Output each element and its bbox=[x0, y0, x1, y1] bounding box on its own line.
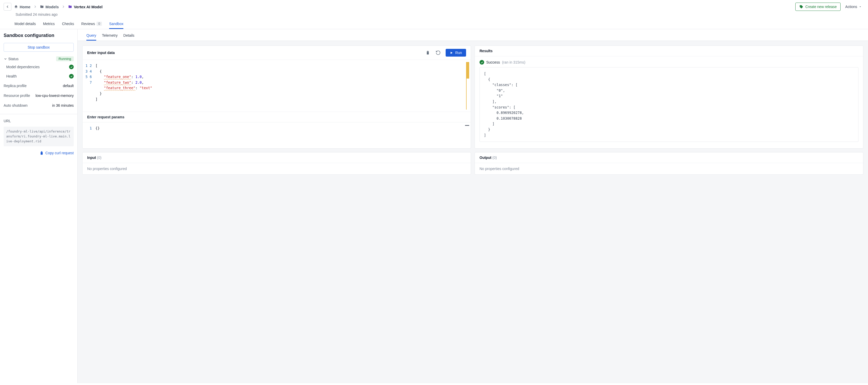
editor-minimap[interactable] bbox=[465, 125, 469, 126]
chevron-right-icon bbox=[33, 5, 37, 9]
input-panel-header: Enter input data Run bbox=[83, 46, 471, 60]
main-tabs: Model details Metrics Checks Reviews 0 S… bbox=[0, 19, 868, 29]
arrow-left-icon bbox=[5, 5, 9, 9]
check-circle-icon bbox=[479, 60, 484, 65]
tab-sandbox[interactable]: Sandbox bbox=[109, 19, 123, 29]
reviews-count-badge: 0 bbox=[96, 22, 102, 26]
subtab-telemetry[interactable]: Telemetry bbox=[102, 32, 118, 41]
input-data-panel: Enter input data Run bbox=[82, 45, 471, 148]
status-model-deps: Model dependencies bbox=[4, 63, 74, 71]
auto-shutdown-row: Auto shutdown in 36 minutes bbox=[4, 102, 74, 109]
sub-tabs: Query Telemetry Details bbox=[78, 29, 868, 41]
status-toggle[interactable]: Status Running bbox=[4, 56, 74, 61]
breadcrumb-current[interactable]: Vertex AI Model bbox=[68, 5, 102, 9]
params-body[interactable]: {} bbox=[95, 123, 471, 148]
panels-grid: Enter input data Run bbox=[78, 41, 868, 179]
tab-checks[interactable]: Checks bbox=[62, 19, 74, 29]
output-count: (0) bbox=[492, 155, 497, 160]
stop-sandbox-button[interactable]: Stop sandbox bbox=[4, 43, 74, 52]
create-release-button[interactable]: Create new release bbox=[795, 3, 841, 11]
tag-icon bbox=[799, 5, 803, 9]
breadcrumb-home[interactable]: Home bbox=[14, 5, 31, 9]
status-label: Status bbox=[8, 57, 19, 61]
workspace: Sandbox configuration Stop sandbox Statu… bbox=[0, 29, 868, 383]
subtab-query[interactable]: Query bbox=[86, 32, 96, 41]
request-params-title: Enter request params bbox=[87, 115, 124, 119]
output-none-msg: No properties configured bbox=[475, 163, 863, 174]
clipboard-icon bbox=[39, 151, 44, 155]
chevron-down-icon bbox=[4, 57, 7, 61]
create-release-label: Create new release bbox=[805, 5, 837, 9]
tab-model-details[interactable]: Model details bbox=[14, 19, 36, 29]
results-panel: Results Success (ran in 315ms) [ { "clas… bbox=[475, 45, 863, 148]
breadcrumb-models[interactable]: Models bbox=[40, 5, 59, 9]
results-title: Results bbox=[479, 49, 493, 53]
output-label: Output bbox=[479, 155, 491, 160]
check-circle-icon bbox=[69, 65, 74, 69]
clipboard-button[interactable] bbox=[425, 50, 431, 56]
play-icon bbox=[450, 51, 453, 55]
actions-label: Actions bbox=[845, 5, 857, 9]
url-value: /foundry-ml-live/api/inference/transform… bbox=[4, 127, 74, 146]
line-gutter: 1 2 3 4 5 6 7 bbox=[83, 60, 95, 112]
model-deps-label: Model dependencies bbox=[6, 65, 39, 69]
output-properties-panel: Output (0) No properties configured bbox=[475, 152, 863, 175]
tab-metrics[interactable]: Metrics bbox=[43, 19, 55, 29]
code-editor[interactable]: 1 2 3 4 5 6 7 [ { "feature_one": 1.0, "f… bbox=[83, 60, 471, 112]
input-count: (0) bbox=[97, 155, 101, 160]
back-button[interactable] bbox=[4, 3, 11, 10]
status-health: Health bbox=[4, 73, 74, 80]
folder-icon bbox=[68, 5, 72, 9]
replica-profile-value: default bbox=[63, 84, 74, 88]
top-actions: Create new release Actions bbox=[795, 3, 863, 11]
refresh-icon bbox=[436, 50, 441, 55]
submitted-text: Submitted 24 minutes ago bbox=[0, 11, 868, 19]
url-label: URL bbox=[4, 119, 74, 123]
params-gutter: 1 bbox=[83, 123, 95, 148]
ran-time: (ran in 315ms) bbox=[502, 60, 525, 64]
actions-dropdown[interactable]: Actions bbox=[844, 3, 863, 10]
params-editor[interactable]: 1 {} bbox=[83, 123, 471, 148]
request-params-header: Enter request params bbox=[83, 112, 471, 123]
run-label: Run bbox=[455, 50, 462, 55]
resource-profile-row: Resource profile low-cpu-lowest-memory bbox=[4, 92, 74, 100]
input-label: Input bbox=[87, 155, 96, 160]
resource-profile-value: low-cpu-lowest-memory bbox=[35, 94, 74, 98]
auto-shutdown-label: Auto shutdown bbox=[4, 103, 28, 107]
results-json: [ { "classes": [ "0", "1" ], "scores": [… bbox=[479, 67, 859, 142]
copy-curl-button[interactable]: Copy curl request bbox=[4, 151, 74, 155]
caret-down-icon bbox=[859, 5, 862, 8]
health-label: Health bbox=[6, 74, 17, 78]
success-row: Success (ran in 315ms) bbox=[479, 60, 859, 65]
tab-reviews[interactable]: Reviews 0 bbox=[81, 19, 102, 29]
code-body[interactable]: [ { "feature_one": 1.0, "feature_two": 2… bbox=[95, 60, 466, 112]
replica-profile-label: Replica profile bbox=[4, 84, 27, 88]
breadcrumb: Home Models Vertex AI Model bbox=[4, 3, 103, 10]
editor-minimap[interactable] bbox=[466, 62, 469, 110]
check-circle-icon bbox=[69, 74, 74, 78]
clipboard-icon bbox=[426, 50, 430, 55]
breadcrumb-current-label: Vertex AI Model bbox=[74, 5, 102, 9]
success-label: Success bbox=[486, 60, 500, 64]
folder-icon bbox=[40, 5, 44, 9]
subtab-details[interactable]: Details bbox=[123, 32, 134, 41]
reset-button[interactable] bbox=[435, 50, 441, 56]
input-none-msg: No properties configured bbox=[83, 163, 471, 174]
running-badge: Running bbox=[56, 56, 74, 61]
run-button[interactable]: Run bbox=[446, 49, 466, 57]
results-body: Success (ran in 315ms) [ { "classes": [ … bbox=[475, 56, 863, 147]
breadcrumb-home-label: Home bbox=[20, 5, 31, 9]
resource-profile-label: Resource profile bbox=[4, 94, 30, 98]
content-area: Query Telemetry Details Enter input data bbox=[78, 29, 868, 383]
auto-shutdown-value: in 36 minutes bbox=[52, 103, 74, 107]
sidebar: Sandbox configuration Stop sandbox Statu… bbox=[0, 29, 78, 383]
replica-profile-row: Replica profile default bbox=[4, 82, 74, 90]
home-icon bbox=[14, 5, 18, 9]
tab-reviews-label: Reviews bbox=[81, 22, 95, 26]
input-panel-title: Enter input data bbox=[87, 50, 115, 55]
copy-curl-label: Copy curl request bbox=[45, 151, 74, 155]
input-properties-header: Input (0) bbox=[83, 152, 471, 163]
sidebar-title: Sandbox configuration bbox=[4, 33, 74, 38]
results-header: Results bbox=[475, 46, 863, 56]
input-properties-panel: Input (0) No properties configured bbox=[82, 152, 471, 175]
